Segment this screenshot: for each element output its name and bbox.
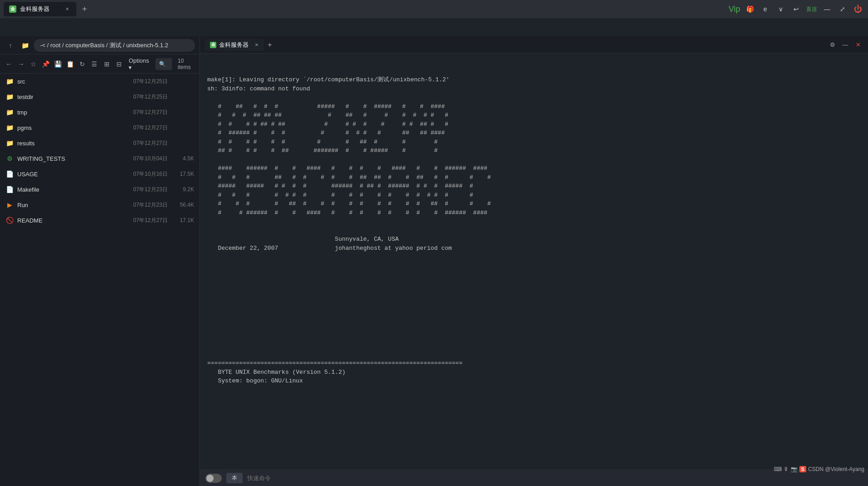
- terminal-line: ========================================…: [207, 359, 861, 368]
- file-list: 📁 src 07年12月25日 📁 testdir 07年12月25日 📁 tm…: [0, 74, 200, 486]
- terminal-tab[interactable]: 金 金科服务器 ×: [205, 39, 264, 51]
- extension-icon[interactable]: e: [759, 3, 772, 15]
- gift-icon[interactable]: 🎁: [743, 3, 756, 15]
- back-nav-icon[interactable]: ←: [4, 58, 14, 70]
- new-tab-button[interactable]: +: [78, 3, 91, 15]
- tab-jinkefuwuqi[interactable]: 金 金科服务器 ×: [4, 2, 76, 16]
- csdn-logo: S: [799, 466, 806, 472]
- terminal-line: [207, 306, 861, 315]
- file-date: 07年12月25日: [122, 78, 168, 85]
- terminal-minimize-icon[interactable]: —: [840, 40, 851, 50]
- list-item[interactable]: 📁 pgms 07年12月27日: [0, 120, 200, 135]
- tab-favicon: 金: [9, 5, 16, 13]
- zhilian-label[interactable]: 直连: [805, 3, 818, 15]
- gear-icon: ⚙: [5, 154, 14, 163]
- file-name: Run: [17, 202, 119, 208]
- close-icon[interactable]: ⏻: [852, 3, 864, 15]
- terminal-line: [207, 93, 861, 102]
- options-button[interactable]: Options ▾: [126, 56, 154, 72]
- file-panel: ↑ 📁 -< / root / computerBasis / 测试 / uni…: [0, 36, 200, 486]
- file-date: 07年12月27日: [122, 139, 168, 147]
- nav-folder-icon[interactable]: 📁: [19, 40, 31, 51]
- pin-icon[interactable]: 📌: [40, 58, 51, 70]
- list-view-icon[interactable]: ☰: [89, 58, 100, 70]
- list-item[interactable]: 📄 USAGE 07年10月16日 17.5K: [0, 166, 200, 182]
- terminal-line: System: bogon: GNU/Linux: [207, 377, 861, 386]
- list-item[interactable]: ▶ Run 07年12月23日 56.4K: [0, 197, 200, 213]
- terminal-line: make[1]: Leaving directory `/root/comput…: [207, 75, 861, 84]
- list-item[interactable]: 🚫 README 07年12月27日 17.1K: [0, 213, 200, 228]
- file-date: 07年12月23日: [122, 186, 168, 193]
- terminal-line: [207, 253, 861, 262]
- back-icon[interactable]: ↩: [790, 3, 803, 15]
- file-date: 07年12月27日: [122, 124, 168, 132]
- tab-close-button[interactable]: ×: [64, 5, 71, 13]
- readme-icon: 🚫: [5, 216, 14, 224]
- terminal-tab-label: 金科服务器: [219, 41, 249, 49]
- folder-icon: 📁: [5, 93, 14, 101]
- terminal-content[interactable]: make[1]: Leaving directory `/root/comput…: [200, 71, 868, 470]
- terminal-line: BYTE UNIX Benchmarks (Version 5.1.2): [207, 368, 861, 377]
- terminal-line: [207, 341, 861, 350]
- file-name: src: [17, 78, 119, 85]
- file-name: USAGE: [17, 171, 119, 178]
- terminal-line: [207, 270, 861, 279]
- file-name: Makefile: [17, 186, 119, 193]
- file-size: 4.5K: [171, 155, 194, 162]
- file-name: results: [17, 140, 119, 147]
- tab-label: 金科服务器: [20, 5, 50, 13]
- browser-top-icons: Vip 🎁 e ∨ ↩ 直连 — ⤢ ⏻: [728, 3, 864, 15]
- terminal-tab-close[interactable]: ×: [255, 41, 259, 48]
- bookmark-icon[interactable]: ☆: [28, 58, 39, 70]
- camera-icon: 📷: [791, 466, 798, 472]
- list-item[interactable]: 📁 src 07年12月25日: [0, 74, 200, 89]
- file-date: 07年12月25日: [122, 93, 168, 101]
- terminal-panel: make[1]: Leaving directory `/root/comput…: [200, 71, 868, 486]
- terminal-line: [207, 155, 861, 164]
- csdn-watermark: ⌨ 🎙 📷 S CSDN @Violent-Ayang: [774, 466, 864, 472]
- tiles-view-icon[interactable]: ⊟: [114, 58, 124, 70]
- file-size: 17.5K: [171, 171, 194, 177]
- minimize-icon[interactable]: —: [821, 3, 833, 15]
- terminal-line: [207, 323, 861, 332]
- dropdown-icon[interactable]: ∨: [774, 3, 787, 15]
- toggle-knob: [206, 475, 214, 482]
- toggle-button[interactable]: [205, 474, 222, 483]
- address-bar[interactable]: -< / root / computerBasis / 测试 / unixben…: [34, 39, 195, 52]
- terminal-line: [207, 226, 861, 235]
- terminal-bottom-bar: 本: [200, 470, 868, 486]
- list-item[interactable]: 📄 Makefile 07年12月23日 9.2K: [0, 182, 200, 197]
- keyboard-icon: ⌨: [774, 466, 782, 472]
- copy-icon[interactable]: 📋: [65, 58, 75, 70]
- forward-nav-icon[interactable]: →: [16, 58, 26, 70]
- file-size: 56.4K: [171, 202, 194, 208]
- terminal-line: [207, 315, 861, 324]
- terminal-line: sh: 3dinfo: command not found: [207, 84, 861, 94]
- folder-icon: 📁: [5, 139, 14, 147]
- maximize-icon[interactable]: ⤢: [836, 3, 849, 15]
- list-item[interactable]: 📁 results 07年12月27日: [0, 135, 200, 151]
- search-box[interactable]: 🔍: [155, 58, 172, 70]
- list-item[interactable]: 📁 tmp 07年12月27日: [0, 104, 200, 120]
- terminal-wrapper: 金 金科服务器 × + ⚙ — ✕ make[1]: Leaving direc…: [200, 36, 868, 486]
- list-item[interactable]: 📁 testdir 07年12月25日: [0, 89, 200, 104]
- terminal-line: Sunnyvale, CA, USA: [207, 235, 861, 244]
- list-item[interactable]: ⚙ WRITING_TESTS 07年10月04日 4.5K: [0, 151, 200, 166]
- main-content: ↑ 📁 -< / root / computerBasis / 测试 / uni…: [0, 36, 868, 486]
- vip-icon[interactable]: Vip: [728, 3, 741, 15]
- file-date: 07年12月27日: [122, 217, 168, 224]
- path-text: -< / root / computerBasis / 测试 / unixben…: [40, 41, 168, 50]
- nav-up-icon[interactable]: ↑: [5, 40, 16, 51]
- save-icon[interactable]: 💾: [53, 58, 63, 70]
- terminal-line: [207, 288, 861, 297]
- terminal-line: December 22, 2007 johantheghost at yahoo…: [207, 244, 861, 253]
- grid-view-icon[interactable]: ⊞: [101, 58, 112, 70]
- terminal-add-tab[interactable]: +: [264, 39, 276, 51]
- quick-command-input[interactable]: [247, 475, 863, 481]
- terminal-mode-button[interactable]: 本: [226, 473, 243, 483]
- terminal-line: [207, 279, 861, 288]
- refresh-icon[interactable]: ↻: [77, 58, 88, 70]
- file-name: testdir: [17, 94, 119, 100]
- terminal-close-icon[interactable]: ✕: [853, 40, 863, 50]
- settings-icon[interactable]: ⚙: [827, 40, 838, 50]
